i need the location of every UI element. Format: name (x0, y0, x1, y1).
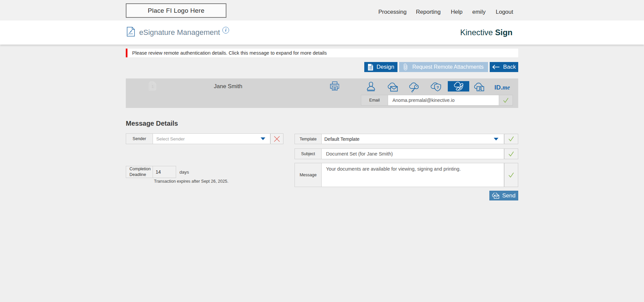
svg-text:x: x (128, 33, 129, 35)
svg-text:?: ? (436, 85, 439, 89)
svg-text:1: 1 (152, 84, 154, 88)
